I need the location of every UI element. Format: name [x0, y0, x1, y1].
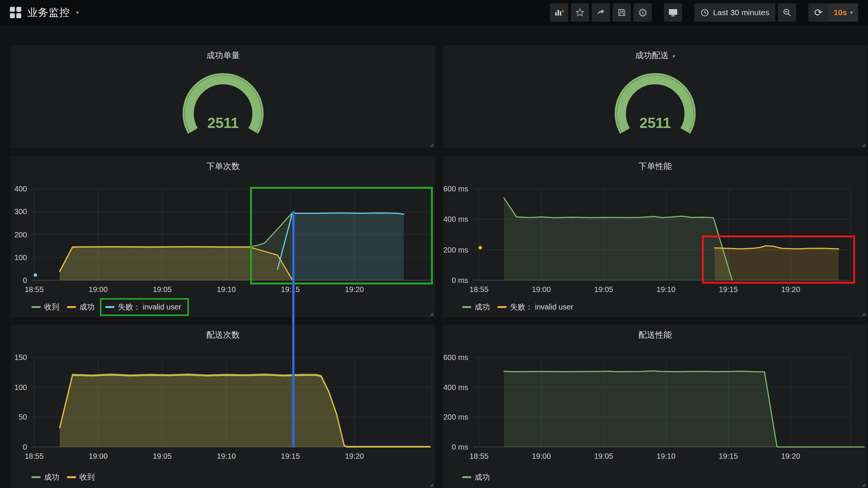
dashboards-grid-icon[interactable]	[10, 7, 21, 18]
y-tick-label: 50	[19, 413, 27, 421]
legend-series-label: 失败： invalid user	[118, 302, 181, 312]
share-dashboard-button[interactable]	[592, 3, 610, 22]
series-fill	[504, 371, 864, 447]
save-dashboard-button[interactable]	[613, 3, 631, 22]
y-tick-label: 100	[14, 383, 27, 392]
dashboard-settings-button[interactable]: ⚙	[634, 3, 652, 22]
gauge-outer-arc	[184, 74, 263, 133]
y-tick-label: 200 ms	[443, 413, 468, 421]
panel-resize-handle[interactable]: ◢	[429, 311, 433, 316]
series-line	[504, 198, 732, 280]
dashboard-title[interactable]: 业务监控	[27, 6, 70, 19]
x-tick-label: 19:05	[594, 452, 613, 460]
x-tick-label: 19:10	[217, 285, 236, 294]
legend-item[interactable]: 收到	[32, 302, 59, 312]
panel-resize-handle[interactable]: ◢	[429, 142, 433, 147]
gauge-value: 2511	[640, 115, 671, 131]
x-tick-label: 19:10	[656, 285, 675, 294]
panel-order-perf: 下单性能 0 ms200 ms400 ms600 ms18:5519:0019:…	[443, 156, 867, 317]
legend-series-color-icon	[32, 476, 41, 478]
panel-success-delivery: 成功配送▾ 2511 ◢	[443, 45, 867, 148]
legend-series-color-icon	[67, 306, 76, 308]
legend-item[interactable]: 成功	[462, 302, 490, 312]
panel-resize-handle[interactable]: ◢	[429, 482, 433, 487]
legend-series-color-icon	[462, 476, 471, 478]
add-panel-icon: +	[554, 8, 564, 17]
panel-resize-handle[interactable]: ◢	[862, 142, 865, 147]
x-tick-label: 19:00	[89, 452, 108, 460]
series-line	[277, 213, 404, 269]
panel-title[interactable]: 下单次数	[11, 161, 435, 172]
zoom-out-icon	[782, 8, 792, 17]
series-line	[60, 374, 430, 446]
x-tick-label: 19:15	[719, 285, 738, 294]
x-tick-label: 19:05	[153, 285, 172, 294]
y-tick-label: 0	[23, 276, 27, 284]
y-tick-label: 300	[14, 207, 27, 216]
panel-delivery-perf: 配送性能 0 ms200 ms400 ms600 ms18:5519:0019:…	[443, 325, 867, 488]
x-tick-label: 18:55	[25, 452, 44, 460]
legend-item[interactable]: 成功	[462, 472, 490, 482]
panel-title[interactable]: 成功单量	[11, 50, 435, 61]
panel-resize-handle[interactable]: ◢	[862, 482, 865, 487]
legend-item[interactable]: 收到	[67, 472, 95, 482]
legend-series-label: 成功	[44, 472, 59, 482]
y-tick-label: 600 ms	[443, 353, 468, 362]
legend-item[interactable]: 失败： invalid user	[497, 302, 573, 312]
legend-series-label: 成功	[79, 302, 95, 312]
y-tick-label: 0 ms	[452, 443, 468, 451]
panel-resize-handle[interactable]: ◢	[862, 311, 865, 316]
panel-title[interactable]: 下单性能	[443, 161, 867, 172]
monitor-icon	[668, 8, 678, 17]
panel-order-count: 下单次数 010020030040018:5519:0019:0519:1019…	[11, 156, 435, 317]
legend-series-label: 成功	[475, 472, 490, 482]
legend-series-color-icon	[105, 306, 114, 308]
series-fill	[60, 375, 430, 447]
refresh-interval-caret-icon: ▾	[850, 9, 853, 16]
x-tick-label: 19:10	[656, 452, 675, 460]
panel-title[interactable]: 配送性能	[443, 329, 867, 341]
series-fill	[60, 247, 292, 280]
series-line	[60, 375, 430, 447]
x-tick-label: 19:10	[217, 452, 236, 460]
gear-icon: ⚙	[638, 6, 648, 19]
panel-title[interactable]: 配送次数	[11, 329, 435, 341]
add-panel-button[interactable]: +	[550, 3, 568, 22]
legend-series-color-icon	[32, 306, 41, 308]
gauge-outer-arc	[616, 74, 695, 133]
time-range-picker[interactable]: Last 30 minutes	[694, 3, 775, 22]
star-dashboard-button[interactable]	[571, 3, 589, 22]
dashboard-title-caret-icon[interactable]: ▾	[76, 9, 79, 16]
zoom-out-time-button[interactable]	[778, 3, 796, 22]
svg-text:+: +	[561, 8, 564, 14]
chart-legend: 成功	[462, 472, 490, 482]
x-tick-label: 19:20	[345, 285, 364, 294]
panel-success-orders: 成功单量 2511 ◢	[11, 45, 435, 148]
x-tick-label: 19:20	[345, 452, 364, 460]
x-tick-label: 19:15	[281, 452, 300, 460]
x-tick-label: 18:55	[469, 452, 488, 460]
panel-title-caret-icon: ▾	[672, 53, 675, 59]
star-icon	[575, 8, 584, 17]
y-tick-label: 200	[14, 231, 27, 239]
x-tick-label: 19:05	[594, 285, 613, 294]
panel-title[interactable]: 成功配送▾	[443, 50, 867, 61]
y-tick-label: 100	[14, 253, 27, 262]
gauge-arc	[189, 80, 257, 131]
series-line	[504, 371, 864, 447]
x-tick-label: 18:55	[25, 285, 44, 294]
series-fill	[504, 198, 732, 280]
x-tick-label: 19:05	[153, 452, 172, 460]
series-fill	[292, 213, 404, 280]
legend-item[interactable]: 失败： invalid user	[100, 298, 189, 316]
series-fill	[60, 213, 292, 280]
y-tick-label: 0 ms	[452, 276, 468, 284]
legend-series-color-icon	[497, 306, 507, 308]
refresh-button[interactable]: ⟳	[808, 3, 828, 22]
refresh-interval-picker[interactable]: 10s ▾	[828, 3, 858, 22]
x-tick-label: 19:15	[719, 452, 738, 460]
gauge-arc	[621, 80, 689, 131]
legend-item[interactable]: 成功	[67, 302, 95, 312]
legend-item[interactable]: 成功	[32, 472, 59, 482]
cycle-view-mode-button[interactable]	[664, 3, 682, 22]
